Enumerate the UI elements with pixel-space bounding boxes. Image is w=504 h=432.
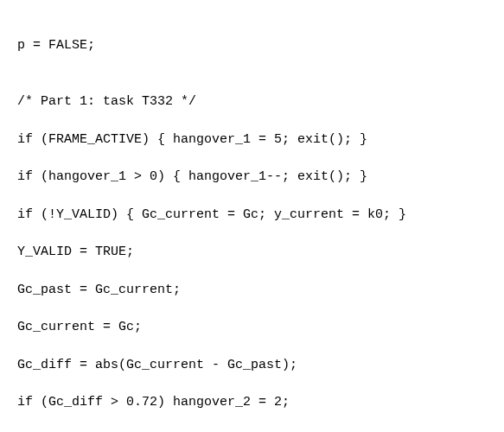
code-line: if (Gc_diff > 0.72) hangover_2 = 2; — [17, 393, 487, 412]
code-line: if (!Y_VALID) { Gc_current = Gc; y_curre… — [17, 206, 487, 225]
code-line: if (FRAME_ACTIVE) { hangover_1 = 5; exit… — [17, 130, 487, 149]
code-line: if (hangover_1 > 0) { hangover_1--; exit… — [17, 168, 487, 187]
code-line: Y_VALID = TRUE; — [17, 243, 487, 262]
code-line: /* Part 1: task T332 */ — [17, 92, 487, 111]
code-block: p = FALSE; /* Part 1: task T332 */ if (F… — [17, 17, 487, 432]
code-line: Gc_diff = abs(Gc_current - Gc_past); — [17, 356, 487, 375]
code-line: Gc_current = Gc; — [17, 318, 487, 337]
code-line: p = FALSE; — [17, 36, 487, 55]
code-line: Gc_past = Gc_current; — [17, 281, 487, 300]
